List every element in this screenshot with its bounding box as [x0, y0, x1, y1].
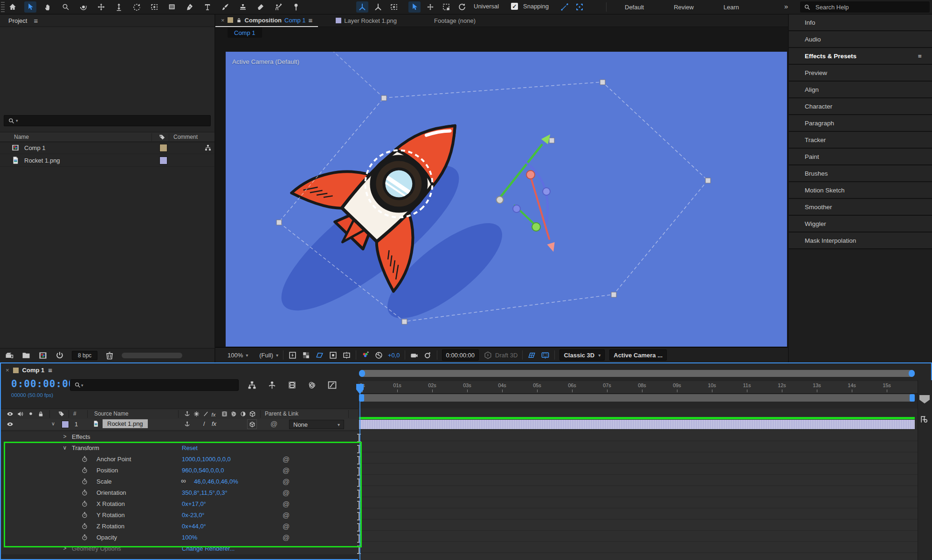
- panel-smoother[interactable]: Smoother: [789, 199, 932, 216]
- parent-pickwhip-icon[interactable]: @: [270, 420, 277, 428]
- layer-marker-icon[interactable]: [919, 415, 929, 424]
- panel-paint[interactable]: Paint: [789, 149, 932, 165]
- group-label[interactable]: Effects: [72, 433, 90, 440]
- viewer-timecode[interactable]: 0:00:00:00: [442, 349, 479, 361]
- channel-icon[interactable]: [361, 351, 370, 360]
- clone-stamp-tool-button[interactable]: [237, 1, 249, 13]
- 3d-switch-icon[interactable]: [249, 410, 256, 417]
- scale-gizmo-button[interactable]: [440, 1, 452, 13]
- layer-fx-switch[interactable]: fx: [212, 420, 216, 427]
- project-scrollbar[interactable]: [122, 353, 182, 358]
- pen-tool-button[interactable]: [184, 1, 196, 13]
- label-column-icon[interactable]: [58, 410, 65, 417]
- magnification-select[interactable]: 100%▾: [228, 352, 248, 359]
- column-name[interactable]: Name: [14, 134, 29, 140]
- panel-effects-presets[interactable]: Effects & Presets≡: [789, 48, 932, 65]
- panel-paragraph[interactable]: Paragraph: [789, 115, 932, 132]
- motion-blur-switch-icon[interactable]: [230, 410, 237, 417]
- camera-tool-button[interactable]: [148, 1, 160, 13]
- project-columns[interactable]: Name Comment: [0, 132, 214, 142]
- help-search[interactable]: [800, 1, 930, 13]
- renderer-select[interactable]: Classic 3D ▾: [559, 349, 605, 361]
- exposure-icon[interactable]: [374, 351, 383, 360]
- rotation-gizmo-button[interactable]: [456, 1, 468, 13]
- panel-preview[interactable]: Preview: [789, 65, 932, 82]
- 3d-view-gizmo-icon[interactable]: [541, 351, 550, 360]
- layer-number-column[interactable]: #: [73, 410, 76, 417]
- 3d-ground-plane-icon[interactable]: [527, 351, 536, 360]
- project-menu-icon[interactable]: ≡: [34, 17, 38, 25]
- snap-to-features-button[interactable]: [573, 1, 586, 13]
- transparency-grid-icon[interactable]: [302, 351, 311, 360]
- work-area-end-handle[interactable]: [910, 394, 915, 402]
- adjustment-switch-icon[interactable]: [240, 410, 247, 417]
- interpret-footage-icon[interactable]: [5, 351, 14, 360]
- new-folder-icon[interactable]: [21, 351, 31, 360]
- parent-dropdown[interactable]: None▾: [289, 420, 344, 429]
- label-swatch[interactable]: [159, 144, 167, 152]
- orbit-camera-tool-button[interactable]: [77, 1, 90, 13]
- rotation-tool-button[interactable]: [131, 1, 143, 13]
- source-name-column[interactable]: Source Name: [94, 410, 128, 417]
- layer-visibility-icon[interactable]: [7, 421, 14, 428]
- project-panel-header[interactable]: Project ≡: [0, 14, 214, 27]
- timeline-graph-area[interactable]: [358, 430, 918, 560]
- quality-switch-icon[interactable]: [202, 410, 209, 417]
- workspace-learn[interactable]: Learn: [722, 4, 741, 11]
- layer-quality-switch[interactable]: /: [203, 420, 205, 427]
- layer-expand-chevron[interactable]: ∨: [51, 421, 55, 427]
- hand-tool-button[interactable]: [42, 1, 54, 13]
- comp-1-view-button[interactable]: Comp 1: [228, 27, 262, 38]
- shy-switch-icon[interactable]: [184, 410, 191, 417]
- panel-menu-icon[interactable]: ≡: [918, 53, 922, 60]
- home-tool-button[interactable]: [7, 1, 19, 13]
- grid-guides-icon[interactable]: [342, 351, 351, 360]
- lock-column-icon[interactable]: [37, 410, 44, 417]
- panel-brushes[interactable]: Brushes: [789, 165, 932, 182]
- snap-along-edges-button[interactable]: [559, 1, 571, 13]
- view-axis-mode-button[interactable]: [388, 1, 400, 13]
- workspace-default[interactable]: Default: [623, 4, 646, 11]
- work-area-bar[interactable]: [359, 394, 915, 402]
- type-tool-button[interactable]: [201, 1, 214, 13]
- panel-tracker[interactable]: Tracker: [789, 132, 932, 149]
- view-select[interactable]: Active Camera ...: [609, 349, 667, 361]
- draft-3d-toggle[interactable]: Draft 3D: [483, 351, 518, 360]
- video-column-icon[interactable]: [7, 410, 14, 417]
- position-gizmo-button[interactable]: [424, 1, 436, 13]
- help-search-input[interactable]: [815, 3, 910, 11]
- frame-blending-icon[interactable]: [287, 380, 297, 390]
- show-snapshot-icon[interactable]: [423, 351, 432, 360]
- timeline-search[interactable]: ▾: [70, 379, 239, 391]
- tab-composition[interactable]: × Composition Comp 1 ≡: [215, 14, 318, 27]
- composition-canvas[interactable]: Active Camera (Default): [226, 52, 787, 347]
- bit-depth-button[interactable]: 8 bpc: [72, 351, 97, 360]
- tab-menu-icon[interactable]: ≡: [48, 366, 52, 374]
- new-composition-icon[interactable]: [38, 351, 48, 360]
- panel-info[interactable]: Info: [789, 14, 932, 31]
- tab-layer[interactable]: Layer Rocket 1.png: [330, 14, 402, 27]
- panel-align[interactable]: Align: [789, 82, 932, 98]
- tab-menu-icon[interactable]: ≡: [309, 16, 313, 24]
- parent-link-column[interactable]: Parent & Link: [265, 410, 298, 417]
- local-axis-mode-button[interactable]: [356, 1, 368, 13]
- puppet-pin-tool-button[interactable]: [290, 1, 302, 13]
- toolbar-grip[interactable]: [1, 2, 5, 12]
- label-swatch[interactable]: [159, 157, 167, 164]
- close-icon[interactable]: ×: [6, 367, 9, 374]
- flowchart-icon[interactable]: [204, 144, 212, 151]
- layer-name[interactable]: Rocket 1.png: [103, 419, 148, 428]
- composition-mini-flowchart-icon[interactable]: [247, 380, 257, 390]
- tab-footage[interactable]: Footage (none): [428, 14, 481, 27]
- world-axis-mode-button[interactable]: [372, 1, 384, 13]
- snapping-checkbox[interactable]: ✓: [511, 3, 518, 10]
- project-search[interactable]: ▾: [4, 115, 211, 126]
- project-item-comp-1[interactable]: Comp 1: [0, 142, 214, 154]
- snapping-toggle[interactable]: ✓ Snapping: [511, 3, 551, 10]
- mask-visibility-icon[interactable]: [329, 351, 338, 360]
- timeline-horizontal-scrollbar[interactable]: [359, 370, 915, 377]
- layer-row-rocket[interactable]: ∨ 1 Rocket 1.png / fx @ None▾: [1, 419, 358, 430]
- column-comment[interactable]: Comment: [173, 134, 198, 140]
- layer-duration-bar[interactable]: [359, 420, 915, 429]
- panel-wiggler[interactable]: Wiggler: [789, 216, 932, 232]
